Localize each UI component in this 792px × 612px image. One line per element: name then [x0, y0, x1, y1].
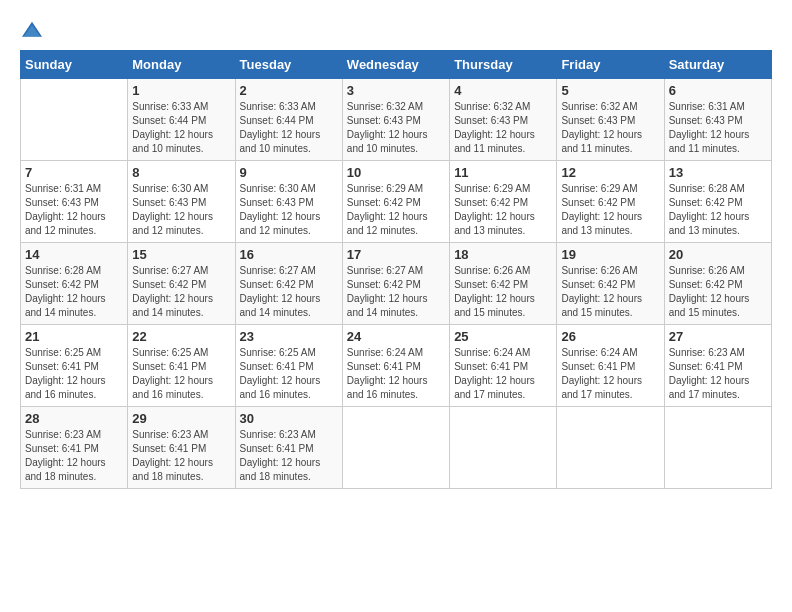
- day-number: 9: [240, 165, 338, 180]
- sunset-text: Sunset: 6:42 PM: [561, 278, 659, 292]
- day-number: 26: [561, 329, 659, 344]
- daylight-text: Daylight: 12 hours: [347, 292, 445, 306]
- calendar-cell: 22Sunrise: 6:25 AMSunset: 6:41 PMDayligh…: [128, 325, 235, 407]
- sunset-text: Sunset: 6:42 PM: [669, 196, 767, 210]
- daylight-text-cont: and 10 minutes.: [240, 142, 338, 156]
- day-number: 24: [347, 329, 445, 344]
- sunset-text: Sunset: 6:42 PM: [454, 196, 552, 210]
- day-header-sunday: Sunday: [21, 51, 128, 79]
- daylight-text-cont: and 14 minutes.: [25, 306, 123, 320]
- sunrise-text: Sunrise: 6:26 AM: [669, 264, 767, 278]
- calendar-cell: 17Sunrise: 6:27 AMSunset: 6:42 PMDayligh…: [342, 243, 449, 325]
- calendar-cell: 30Sunrise: 6:23 AMSunset: 6:41 PMDayligh…: [235, 407, 342, 489]
- day-info: Sunrise: 6:32 AMSunset: 6:43 PMDaylight:…: [347, 100, 445, 156]
- sunrise-text: Sunrise: 6:23 AM: [132, 428, 230, 442]
- day-number: 2: [240, 83, 338, 98]
- sunset-text: Sunset: 6:42 PM: [132, 278, 230, 292]
- day-info: Sunrise: 6:31 AMSunset: 6:43 PMDaylight:…: [25, 182, 123, 238]
- daylight-text-cont: and 16 minutes.: [132, 388, 230, 402]
- daylight-text: Daylight: 12 hours: [25, 292, 123, 306]
- logo: [20, 20, 48, 40]
- calendar-header-row: SundayMondayTuesdayWednesdayThursdayFrid…: [21, 51, 772, 79]
- daylight-text: Daylight: 12 hours: [25, 374, 123, 388]
- page-header: [20, 20, 772, 40]
- daylight-text: Daylight: 12 hours: [132, 374, 230, 388]
- calendar-cell: 29Sunrise: 6:23 AMSunset: 6:41 PMDayligh…: [128, 407, 235, 489]
- daylight-text-cont: and 18 minutes.: [240, 470, 338, 484]
- daylight-text: Daylight: 12 hours: [132, 128, 230, 142]
- sunrise-text: Sunrise: 6:29 AM: [561, 182, 659, 196]
- daylight-text: Daylight: 12 hours: [347, 128, 445, 142]
- day-info: Sunrise: 6:26 AMSunset: 6:42 PMDaylight:…: [454, 264, 552, 320]
- daylight-text: Daylight: 12 hours: [669, 374, 767, 388]
- sunrise-text: Sunrise: 6:25 AM: [240, 346, 338, 360]
- day-number: 13: [669, 165, 767, 180]
- daylight-text: Daylight: 12 hours: [561, 292, 659, 306]
- daylight-text: Daylight: 12 hours: [240, 128, 338, 142]
- calendar-cell: 23Sunrise: 6:25 AMSunset: 6:41 PMDayligh…: [235, 325, 342, 407]
- day-info: Sunrise: 6:26 AMSunset: 6:42 PMDaylight:…: [669, 264, 767, 320]
- day-number: 14: [25, 247, 123, 262]
- calendar-cell: 15Sunrise: 6:27 AMSunset: 6:42 PMDayligh…: [128, 243, 235, 325]
- day-info: Sunrise: 6:27 AMSunset: 6:42 PMDaylight:…: [240, 264, 338, 320]
- day-info: Sunrise: 6:24 AMSunset: 6:41 PMDaylight:…: [454, 346, 552, 402]
- day-number: 1: [132, 83, 230, 98]
- day-number: 21: [25, 329, 123, 344]
- sunrise-text: Sunrise: 6:32 AM: [347, 100, 445, 114]
- day-info: Sunrise: 6:27 AMSunset: 6:42 PMDaylight:…: [132, 264, 230, 320]
- daylight-text: Daylight: 12 hours: [669, 128, 767, 142]
- daylight-text: Daylight: 12 hours: [240, 210, 338, 224]
- day-info: Sunrise: 6:29 AMSunset: 6:42 PMDaylight:…: [347, 182, 445, 238]
- day-header-monday: Monday: [128, 51, 235, 79]
- day-header-wednesday: Wednesday: [342, 51, 449, 79]
- sunrise-text: Sunrise: 6:30 AM: [240, 182, 338, 196]
- sunrise-text: Sunrise: 6:26 AM: [561, 264, 659, 278]
- day-number: 30: [240, 411, 338, 426]
- calendar-cell: 28Sunrise: 6:23 AMSunset: 6:41 PMDayligh…: [21, 407, 128, 489]
- daylight-text-cont: and 18 minutes.: [25, 470, 123, 484]
- sunset-text: Sunset: 6:41 PM: [25, 442, 123, 456]
- daylight-text-cont: and 12 minutes.: [25, 224, 123, 238]
- daylight-text: Daylight: 12 hours: [240, 456, 338, 470]
- calendar-cell: 26Sunrise: 6:24 AMSunset: 6:41 PMDayligh…: [557, 325, 664, 407]
- sunrise-text: Sunrise: 6:33 AM: [240, 100, 338, 114]
- calendar-cell: 27Sunrise: 6:23 AMSunset: 6:41 PMDayligh…: [664, 325, 771, 407]
- calendar-cell: 12Sunrise: 6:29 AMSunset: 6:42 PMDayligh…: [557, 161, 664, 243]
- calendar-cell: 25Sunrise: 6:24 AMSunset: 6:41 PMDayligh…: [450, 325, 557, 407]
- daylight-text-cont: and 15 minutes.: [561, 306, 659, 320]
- day-header-tuesday: Tuesday: [235, 51, 342, 79]
- daylight-text-cont: and 17 minutes.: [669, 388, 767, 402]
- calendar-cell: 9Sunrise: 6:30 AMSunset: 6:43 PMDaylight…: [235, 161, 342, 243]
- calendar-cell: [342, 407, 449, 489]
- daylight-text-cont: and 11 minutes.: [669, 142, 767, 156]
- sunrise-text: Sunrise: 6:27 AM: [240, 264, 338, 278]
- day-info: Sunrise: 6:33 AMSunset: 6:44 PMDaylight:…: [240, 100, 338, 156]
- sunrise-text: Sunrise: 6:27 AM: [347, 264, 445, 278]
- day-info: Sunrise: 6:25 AMSunset: 6:41 PMDaylight:…: [240, 346, 338, 402]
- calendar-cell: 20Sunrise: 6:26 AMSunset: 6:42 PMDayligh…: [664, 243, 771, 325]
- calendar-week-row: 14Sunrise: 6:28 AMSunset: 6:42 PMDayligh…: [21, 243, 772, 325]
- sunset-text: Sunset: 6:41 PM: [669, 360, 767, 374]
- day-number: 6: [669, 83, 767, 98]
- daylight-text: Daylight: 12 hours: [454, 128, 552, 142]
- day-info: Sunrise: 6:30 AMSunset: 6:43 PMDaylight:…: [132, 182, 230, 238]
- sunset-text: Sunset: 6:42 PM: [25, 278, 123, 292]
- calendar-cell: 4Sunrise: 6:32 AMSunset: 6:43 PMDaylight…: [450, 79, 557, 161]
- daylight-text-cont: and 18 minutes.: [132, 470, 230, 484]
- day-info: Sunrise: 6:32 AMSunset: 6:43 PMDaylight:…: [454, 100, 552, 156]
- day-number: 4: [454, 83, 552, 98]
- sunset-text: Sunset: 6:41 PM: [561, 360, 659, 374]
- daylight-text-cont: and 17 minutes.: [454, 388, 552, 402]
- day-info: Sunrise: 6:26 AMSunset: 6:42 PMDaylight:…: [561, 264, 659, 320]
- daylight-text-cont: and 12 minutes.: [132, 224, 230, 238]
- calendar-cell: 11Sunrise: 6:29 AMSunset: 6:42 PMDayligh…: [450, 161, 557, 243]
- day-info: Sunrise: 6:25 AMSunset: 6:41 PMDaylight:…: [25, 346, 123, 402]
- daylight-text-cont: and 16 minutes.: [347, 388, 445, 402]
- calendar-cell: 14Sunrise: 6:28 AMSunset: 6:42 PMDayligh…: [21, 243, 128, 325]
- sunset-text: Sunset: 6:42 PM: [347, 196, 445, 210]
- day-info: Sunrise: 6:29 AMSunset: 6:42 PMDaylight:…: [561, 182, 659, 238]
- sunset-text: Sunset: 6:41 PM: [240, 360, 338, 374]
- sunset-text: Sunset: 6:43 PM: [240, 196, 338, 210]
- daylight-text: Daylight: 12 hours: [25, 456, 123, 470]
- day-number: 16: [240, 247, 338, 262]
